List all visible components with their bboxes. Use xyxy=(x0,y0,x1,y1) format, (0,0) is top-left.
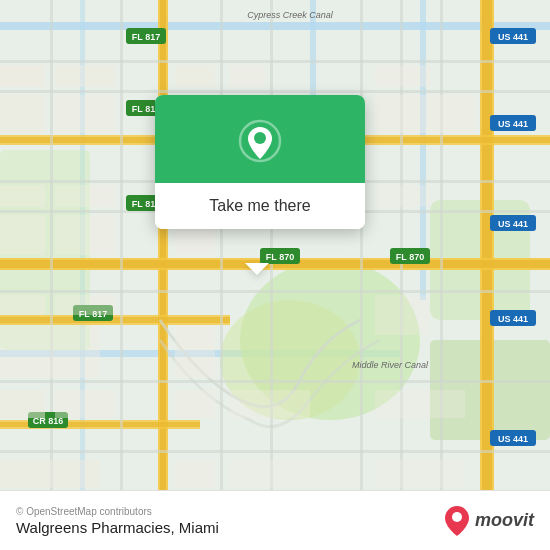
svg-rect-82 xyxy=(0,325,100,378)
moovit-pin-icon xyxy=(443,504,471,538)
svg-rect-87 xyxy=(230,390,310,418)
svg-rect-68 xyxy=(0,95,45,133)
moovit-text: moovit xyxy=(475,510,534,531)
svg-text:US 441: US 441 xyxy=(498,314,528,324)
svg-text:Middle River Canal: Middle River Canal xyxy=(352,360,429,370)
svg-text:US 441: US 441 xyxy=(498,434,528,444)
svg-rect-72 xyxy=(375,95,475,133)
svg-rect-78 xyxy=(55,215,115,255)
attribution: © OpenStreetMap contributors xyxy=(16,506,219,517)
svg-rect-93 xyxy=(375,460,465,488)
svg-text:Cypress Creek Canal: Cypress Creek Canal xyxy=(247,10,334,20)
svg-rect-77 xyxy=(0,215,45,255)
svg-point-95 xyxy=(254,132,266,144)
svg-point-96 xyxy=(452,512,462,522)
svg-rect-91 xyxy=(175,460,215,488)
svg-rect-12 xyxy=(482,0,492,490)
svg-text:FL 870: FL 870 xyxy=(266,252,294,262)
location-pin-icon xyxy=(236,117,284,165)
svg-rect-73 xyxy=(0,185,45,207)
svg-rect-32 xyxy=(220,0,223,490)
take-me-there-button[interactable]: Take me there xyxy=(155,183,365,229)
svg-text:FL 870: FL 870 xyxy=(396,252,424,262)
svg-rect-85 xyxy=(55,390,115,418)
svg-rect-86 xyxy=(175,390,215,418)
footer-left: © OpenStreetMap contributors Walgreens P… xyxy=(16,506,219,536)
map-svg: US 441 US 441 US 441 US 441 US 441 FL 81… xyxy=(0,0,550,490)
svg-rect-76 xyxy=(375,185,430,207)
popup-pointer xyxy=(245,263,269,275)
svg-rect-27 xyxy=(0,290,550,293)
svg-rect-83 xyxy=(175,325,215,378)
svg-rect-24 xyxy=(0,90,550,93)
svg-rect-92 xyxy=(230,460,360,488)
svg-rect-28 xyxy=(0,380,550,383)
svg-rect-74 xyxy=(55,185,115,207)
svg-rect-81 xyxy=(55,295,115,315)
svg-rect-29 xyxy=(0,450,550,453)
svg-text:FL 817: FL 817 xyxy=(132,32,160,42)
footer-title: Walgreens Pharmacies, Miami xyxy=(16,519,219,536)
popup-icon-area xyxy=(155,95,365,183)
svg-rect-23 xyxy=(0,60,550,63)
footer: © OpenStreetMap contributors Walgreens P… xyxy=(0,490,550,550)
svg-rect-66 xyxy=(230,65,265,87)
svg-rect-31 xyxy=(120,0,123,490)
svg-rect-84 xyxy=(0,390,45,418)
svg-rect-69 xyxy=(55,95,115,133)
svg-text:US 441: US 441 xyxy=(498,219,528,229)
svg-rect-90 xyxy=(0,460,100,488)
moovit-logo: moovit xyxy=(443,504,534,538)
popup-card: Take me there xyxy=(155,95,365,229)
svg-rect-63 xyxy=(0,65,45,87)
svg-rect-64 xyxy=(55,65,115,87)
svg-rect-34 xyxy=(360,0,363,490)
svg-text:US 441: US 441 xyxy=(498,119,528,129)
svg-rect-89 xyxy=(375,390,465,418)
svg-rect-65 xyxy=(175,65,215,87)
map-container: US 441 US 441 US 441 US 441 US 441 FL 81… xyxy=(0,0,550,490)
svg-rect-80 xyxy=(0,295,45,315)
svg-rect-88 xyxy=(375,295,430,335)
svg-rect-14 xyxy=(160,0,166,490)
svg-rect-20 xyxy=(0,317,230,323)
svg-text:US 441: US 441 xyxy=(498,32,528,42)
svg-rect-67 xyxy=(375,65,430,87)
